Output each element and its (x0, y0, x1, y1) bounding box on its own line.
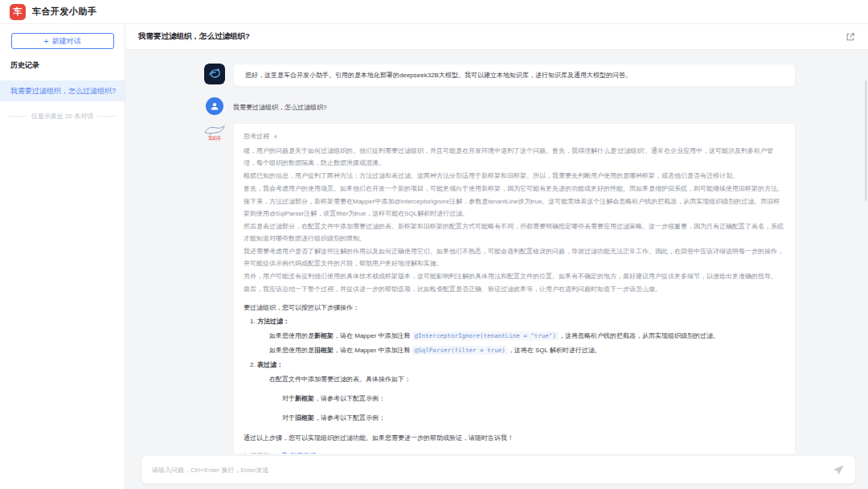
plus-icon: + (43, 37, 48, 46)
thinking-paragraph: 然后是表过滤部分，在配置文件中添加需要过滤的表。新框架和旧框架的配置方式可能略有… (244, 220, 785, 244)
answer-content: 要过滤组织，您可以按照以下步骤操作： 1. 方法过滤： 如果您使用的是新框架，请… (244, 302, 785, 444)
conversation-title: 我需要过滤组织，怎么过滤组织? (138, 31, 250, 42)
thinking-paragraph: 接下来，方法过滤部分，新框架需要在Mapper中添加@InterceptorIg… (244, 195, 785, 220)
answer-step-title: 1. 方法过滤： (244, 316, 785, 327)
thinking-paragraph: 另外，用户可能没有提到他们使用的具体技术栈或框架版本，这可能影响到注解的具体用法… (244, 270, 785, 282)
text-segment: 对于 (282, 414, 295, 421)
history-section-title: 历史记录 (0, 49, 125, 80)
text-segment: ，请参考以下配置示例： (314, 414, 385, 421)
conversation-title-bar: 我需要过滤组织，怎么过滤组织? (125, 24, 868, 50)
text-segment-bold: 旧框架 (295, 414, 314, 421)
main-panel: 我需要过滤组织，怎么过滤组织? 您好，这里是车合开发小助手 (125, 24, 868, 489)
history-limit-note: 仅显示最近 20 条对话 (8, 112, 117, 121)
text-segment-bold: 新框架 (295, 395, 314, 402)
collapse-icon: ∧ (273, 134, 277, 139)
thinking-header-label: 思考过程 (244, 133, 269, 140)
composer (141, 456, 855, 483)
answer-intro: 要过滤组织，您可以按照以下步骤操作： (244, 302, 785, 314)
logo-char: 车 (14, 6, 23, 18)
scrollbar-thumb[interactable] (865, 80, 867, 201)
text-segment-bold: 旧框架 (314, 347, 334, 354)
answer-step-line: 如果您使用的是旧框架，请在 Mapper 中添加注释 @SqlParser(fi… (244, 345, 785, 356)
text-segment: ，这将在 SQL 解析时进行过滤。 (508, 347, 601, 354)
app-header: 车 车合开发小助手 (0, 0, 868, 24)
new-chat-label: 新建对话 (52, 36, 81, 47)
text-segment: 如果您使用的是 (269, 332, 314, 339)
answer-step-title: 2. 表过滤： (244, 360, 785, 371)
text-segment: 对于 (282, 395, 295, 402)
answer-step-line: 如果您使用的是新框架，请在 Mapper 中添加注释 @InterceptorI… (244, 331, 785, 342)
user-message-row: 我需要过滤组织，怎么过滤组织? (204, 97, 796, 115)
thinking-paragraph: 嗯，用户的问题是关于如何过滤组织的。他们提到需要过滤组织，并且可能是在开发环境中… (244, 145, 785, 169)
user-avatar-icon (206, 97, 223, 115)
sidebar-conversation-item[interactable]: 我需要过滤组织，怎么过滤组织? (0, 80, 125, 101)
assistant-avatar-icon (204, 64, 225, 84)
history-limit-text: 仅显示最近 20 条对话 (31, 112, 93, 121)
step-label: 表过滤： (257, 361, 283, 368)
whale-avatar-label: 车助手 (208, 136, 222, 141)
thinking-paragraph: 根据已知的信息，用户提到了两种方法：方法过滤和表过滤。这两种方法分别适用于新框架… (244, 170, 785, 182)
app-logo-icon: 车 (10, 4, 26, 20)
text-segment-bold: 新框架 (314, 332, 334, 339)
assistant-greeting-bubble: 您好，这里是车合开发小助手。引用的是本地化部署的deepseek32B大模型。我… (233, 64, 796, 87)
sidebar: + 新建对话 历史记录 我需要过滤组织，怎么过滤组织? 仅显示最近 20 条对话 (0, 24, 125, 489)
text-segment: ，请参考以下配置示例： (314, 395, 385, 402)
user-message-text: 我需要过滤组织，怎么过滤组织? (233, 97, 326, 112)
thinking-content: 嗯，用户的问题是关于如何过滤组织的。他们提到需要过滤组织，并且可能是在开发环境中… (244, 145, 785, 295)
export-icon[interactable] (845, 32, 855, 42)
inline-code: @SqlParser(filter = true) (412, 346, 508, 355)
text-segment: 如果您使用的是 (269, 347, 314, 354)
assistant-response-row: 车助手 思考过程 ∧ 嗯，用户的问题是关于如何过滤组织的。他们提到需要过滤组织，… (204, 123, 796, 471)
step-number: 2. (250, 361, 256, 368)
text-segment: ，这将忽略租户线的拦截器，从而实现组织级别的过滤。 (559, 332, 719, 339)
step-number: 1. (250, 318, 256, 325)
chat-scroll-area: 您好，这里是车合开发小助手。引用的是本地化部署的deepseek32B大模型。我… (125, 50, 868, 489)
step-label: 方法过滤： (257, 318, 289, 325)
assistant-greeting-row: 您好，这里是车合开发小助手。引用的是本地化部署的deepseek32B大模型。我… (204, 64, 796, 87)
divider-line (8, 116, 27, 117)
inline-code: @InterceptorIgnore(tenantLine = "true") (412, 331, 559, 340)
answer-closing: 通过以上步骤，您可以实现组织的过滤功能。如果您需要进一步的帮助或验证，请随时告诉… (244, 432, 785, 444)
text-segment: ，请在 Mapper 中添加注释 (334, 347, 412, 354)
composer-strip (125, 454, 868, 489)
assistant-response-card: 思考过程 ∧ 嗯，用户的问题是关于如何过滤组织的。他们提到需要过滤组织，并且可能… (233, 123, 796, 471)
assistant-avatar-whale-icon: 车助手 (202, 123, 227, 141)
greeting-text: 您好，这里是车合开发小助手。引用的是本地化部署的deepseek32B大模型。我… (245, 72, 632, 79)
answer-step-line: 在配置文件中添加需要过滤的表。具体操作如下： (244, 374, 785, 385)
thinking-toggle[interactable]: 思考过程 ∧ (244, 132, 785, 141)
message-input[interactable] (152, 466, 825, 474)
text-segment: ，请在 Mapper 中添加注释 (334, 332, 412, 339)
thinking-paragraph: 首先，我会考虑用户的使用场景。如果他们在开发一个新的项目，可能更倾向于使用新框架… (244, 183, 785, 195)
divider-line (97, 116, 117, 117)
thinking-paragraph: 我还需要考虑用户是否了解这些注解的作用以及如何正确使用它们。如果他们不熟悉，可能… (244, 245, 785, 269)
answer-config-line: 对于旧框架，请参考以下配置示例： (244, 413, 785, 424)
new-chat-button[interactable]: + 新建对话 (11, 33, 114, 49)
thinking-paragraph: 最后，我应该总结一下整个过程，并提供进一步的帮助选项，比如检查配置是否正确、验证… (244, 283, 785, 295)
send-icon[interactable] (833, 464, 845, 476)
app-title: 车合开发小助手 (32, 6, 97, 18)
answer-config-line: 对于新框架，请参考以下配置示例： (244, 393, 785, 405)
